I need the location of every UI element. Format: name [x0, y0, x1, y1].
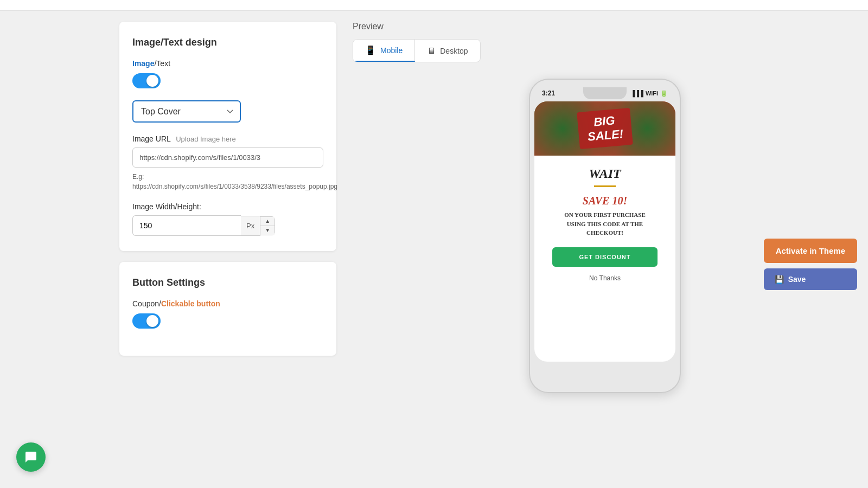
button-settings-title: Button Settings: [132, 277, 323, 288]
coupon-label-normal: Coupon/: [132, 299, 161, 308]
subtitle-line1: ON YOUR FIRST PURCHASE: [564, 211, 645, 218]
battery-icon: 🔋: [660, 90, 668, 97]
image-url-section: Image URL Upload Image here E.g: https:/…: [132, 134, 323, 191]
tab-mobile-label: Mobile: [380, 46, 403, 55]
save-icon: 💾: [775, 275, 784, 284]
page-wrapper: Image/Text design Image/Text Top Cover B…: [0, 0, 868, 488]
coupon-toggle-container: [132, 313, 323, 329]
mobile-icon: 📱: [365, 45, 376, 55]
coupon-toggle-slider: [132, 313, 161, 329]
image-size-label: Image Width/Height:: [132, 202, 323, 211]
right-actions: Activate in Theme 💾 Save: [764, 239, 857, 290]
signal-icon: ▐▐▐: [630, 90, 643, 97]
image-label-normal: /Text: [154, 59, 170, 68]
chat-bubble[interactable]: [16, 442, 46, 472]
popup-wait: WAIT: [543, 166, 667, 181]
size-input[interactable]: [132, 215, 241, 236]
coupon-field-label: Coupon/Clickable button: [132, 299, 323, 308]
image-size-section: Image Width/Height: Px ▲ ▼: [132, 202, 323, 236]
sale-text: SALE!: [587, 127, 624, 144]
image-text-toggle[interactable]: [132, 73, 161, 88]
example-text: E.g: https://cdn.shopify.com/s/files/1/0…: [132, 172, 323, 191]
preview-tabs: 📱 Mobile 🖥 Desktop: [353, 39, 481, 62]
save-btn-label: Save: [788, 275, 806, 284]
stepper-up-btn[interactable]: ▲: [260, 217, 275, 226]
activate-theme-btn[interactable]: Activate in Theme: [764, 239, 857, 263]
phone-mockup: 3:21 ▐▐▐ WiFi 🔋 BIG S: [529, 79, 681, 393]
subtitle-line2: USING THIS CODE AT THE: [567, 221, 643, 227]
wifi-icon: WiFi: [646, 90, 658, 97]
image-url-input[interactable]: [132, 147, 323, 168]
phone-screen: BIG SALE! WAIT SAVE 10! ON YOUR FIRST PU…: [534, 101, 675, 362]
image-text-card-title: Image/Text design: [132, 37, 323, 48]
stepper-down-btn[interactable]: ▼: [260, 226, 275, 235]
example-label: E.g:: [132, 173, 144, 181]
image-text-card: Image/Text design Image/Text Top Cover B…: [119, 22, 336, 251]
phone-mockup-wrapper: 3:21 ▐▐▐ WiFi 🔋 BIG S: [353, 79, 857, 393]
size-input-row: Px ▲ ▼: [132, 215, 323, 236]
coupon-label-highlight: Clickable button: [161, 299, 220, 308]
popup-save: SAVE 10!: [543, 195, 667, 207]
coupon-toggle[interactable]: [132, 313, 161, 329]
tab-desktop[interactable]: 🖥 Desktop: [415, 40, 480, 62]
button-settings-card: Button Settings Coupon/Clickable button: [119, 262, 336, 356]
example-value: https://cdn.shopify.com/s/files/1/0033/3…: [132, 183, 337, 190]
get-discount-btn[interactable]: GET DISCOUNT: [552, 247, 658, 267]
left-panel: Image/Text design Image/Text Top Cover B…: [119, 22, 336, 477]
popup-no-thanks[interactable]: No Thanks: [543, 274, 667, 282]
top-cover-dropdown[interactable]: Top Cover Bottom Cover Left Right Center: [132, 100, 241, 123]
save-btn[interactable]: 💾 Save: [764, 268, 857, 290]
tab-desktop-label: Desktop: [440, 47, 468, 55]
upload-hint: Upload Image here: [176, 135, 236, 143]
phone-notch: [583, 87, 627, 99]
top-bar: [0, 0, 868, 11]
chat-icon: [24, 451, 37, 464]
popup-subtitle: ON YOUR FIRST PURCHASE USING THIS CODE A…: [543, 210, 667, 237]
tab-mobile[interactable]: 📱 Mobile: [353, 40, 415, 62]
status-icons: ▐▐▐ WiFi 🔋: [630, 90, 668, 97]
popup-content: WAIT SAVE 10! ON YOUR FIRST PURCHASE USI…: [534, 156, 675, 293]
px-label: Px: [241, 216, 260, 236]
popup-image: BIG SALE!: [534, 101, 675, 156]
subtitle-line3: CHECKOUT!: [586, 229, 623, 236]
stepper-buttons: ▲ ▼: [260, 216, 275, 235]
popup-divider: [594, 185, 616, 187]
desktop-icon: 🖥: [427, 46, 436, 56]
image-text-toggle-container: [132, 73, 323, 88]
preview-header: Preview: [353, 22, 857, 31]
big-sale-text-container: BIG SALE!: [577, 108, 633, 149]
toggle-slider: [132, 73, 161, 88]
phone-time: 3:21: [542, 89, 555, 97]
main-content: Image/Text design Image/Text Top Cover B…: [0, 11, 868, 488]
image-text-field-label: Image/Text: [132, 59, 323, 68]
image-url-label-text: Image URL: [132, 134, 170, 143]
image-label-highlight: Image: [132, 59, 154, 68]
image-url-label: Image URL Upload Image here: [132, 134, 323, 143]
